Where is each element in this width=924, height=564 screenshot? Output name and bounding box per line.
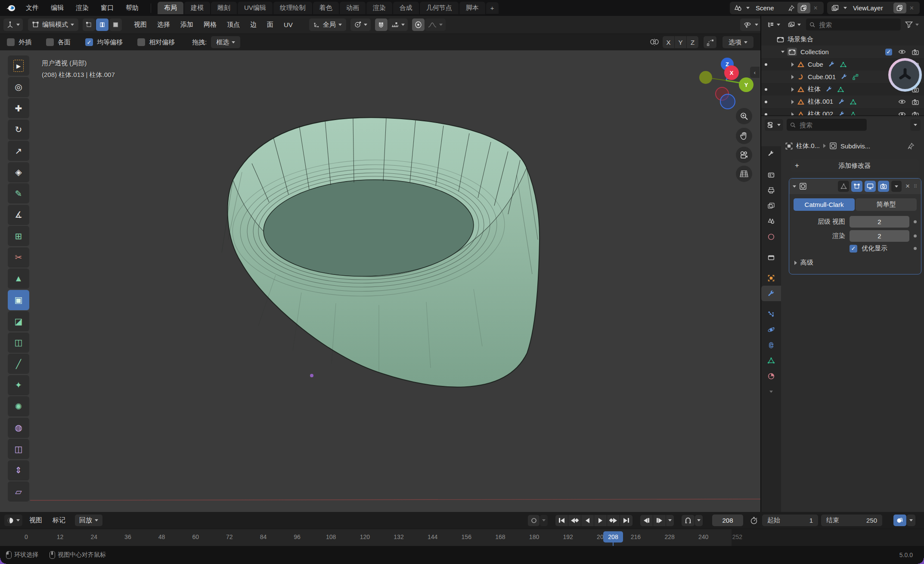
properties-tabs-overflow[interactable] [761,384,781,399]
viewlayer-icon[interactable] [830,5,841,12]
modifier-value-field[interactable]: 2 [850,216,909,228]
frame-step-dropdown[interactable] [666,515,674,526]
snap-base-button[interactable] [704,36,716,48]
workspace-tab-UV编辑[interactable]: UV编辑 [238,2,273,14]
gizmo-axis-x[interactable]: X [724,65,739,80]
tool-edge-slide[interactable]: ◫ [8,439,29,459]
checkbox-box[interactable] [46,38,54,46]
menu-窗口[interactable]: 窗口 [95,4,120,12]
play-button[interactable] [594,515,607,526]
viewport-menu-添加[interactable]: 添加 [175,21,198,29]
select-mode-face[interactable] [109,18,122,31]
properties-tab-tool[interactable] [761,146,781,162]
tool-add-cube[interactable]: ⊞ [8,226,29,246]
properties-tab-particles[interactable] [761,306,781,322]
gizmo-axis-z-neg[interactable] [720,94,735,109]
outliner-search[interactable] [806,18,901,31]
playhead[interactable]: 208 [603,531,623,542]
jump-to-start-button[interactable] [555,515,568,526]
menu-渲染[interactable]: 渲染 [70,4,95,12]
viewport-menu-视图[interactable]: 视图 [129,21,152,29]
keyframe-dot[interactable] [914,234,917,237]
snap-toggle[interactable] [375,18,388,31]
tool-extrude-region[interactable]: ▲ [8,268,29,289]
properties-tab-collection[interactable] [761,250,781,265]
gizmo-axis-y-neg[interactable] [699,71,712,84]
proportional-falloff-dropdown[interactable] [425,18,446,31]
jump-next-frame-button[interactable] [653,515,666,526]
checkbox-相对偏移[interactable]: 相对偏移 [137,38,175,46]
workspace-tab-着色[interactable]: 着色 [313,2,339,14]
menu-帮助[interactable]: 帮助 [120,4,145,12]
timeline-menu-标记[interactable]: 标记 [47,516,71,524]
tool-options-dropdown[interactable]: 选项 [722,36,753,48]
expander-open[interactable] [781,51,784,53]
optimal-display-checkbox[interactable]: ✓ [850,245,857,253]
frame-start-field[interactable]: 起始 1 [762,515,818,526]
modifier-remove-button[interactable]: × [904,182,912,191]
tool-measure[interactable]: ∡ [8,205,29,225]
sidebar-collapse-tab[interactable]: ‹ [750,67,760,78]
properties-tab-object-data[interactable] [761,353,781,368]
playback-dropdown[interactable]: 回放 [75,515,102,526]
tool-smooth[interactable]: ◍ [8,418,29,438]
hide-eye-toggle[interactable] [898,99,906,105]
add-modifier-button[interactable]: + 添加修改器 [791,159,919,172]
outliner-item-name[interactable]: 柱体 [808,85,821,93]
properties-search[interactable] [787,119,867,131]
outliner-item-name[interactable]: 场景集合 [788,35,813,43]
viewport-menu-选择[interactable]: 选择 [152,21,175,29]
workspace-tab-脚本[interactable]: 脚本 [459,2,485,14]
tool-cursor[interactable]: ◎ [8,77,29,97]
expander-closed[interactable] [791,62,794,67]
play-reverse-button[interactable] [581,515,594,526]
tool-spin[interactable]: ✺ [8,396,29,416]
tool-poly-build[interactable]: ✦ [8,375,29,395]
mode-dropdown[interactable]: 编辑模式 [28,18,78,31]
outliner-item-name[interactable]: Cube [808,61,823,68]
outliner-filter-icon[interactable] [903,21,921,28]
workspace-tab-渲染[interactable]: 渲染 [366,2,392,14]
tool-scale[interactable]: ↗ [8,141,29,161]
snap-settings-dropdown[interactable] [388,18,408,31]
proportional-edit-toggle[interactable] [412,18,425,31]
tool-bevel[interactable]: ◪ [8,311,29,331]
properties-tab-material[interactable] [761,368,781,384]
subdiv-type-catmull-clark[interactable]: Catmull-Clark [794,198,855,211]
outliner-item-name[interactable]: Collection [800,48,829,55]
disable-render-toggle[interactable] [912,99,919,105]
keying-dropdown[interactable] [540,515,548,526]
select-mode-edge[interactable] [96,18,109,31]
outliner-item-name[interactable]: 柱体.002 [808,110,833,115]
tool-move[interactable]: ✚ [8,98,29,118]
outliner-search-input[interactable] [818,21,897,29]
menu-编辑[interactable]: 编辑 [45,4,70,12]
workspace-tab-动画[interactable]: 动画 [340,2,366,14]
breadcrumb-object-name[interactable]: 柱体.0... [796,142,820,150]
expander-closed[interactable] [791,75,794,79]
scene-name[interactable]: Scene [750,4,785,12]
pivot-point-dropdown[interactable] [350,18,371,31]
modifier-on-cage-toggle[interactable] [838,181,849,192]
viewport-menu-顶点[interactable]: 顶点 [222,21,245,29]
viewlayer-browse-chevron[interactable] [843,7,847,9]
workspace-tab-布局[interactable]: 布局 [158,2,183,14]
auto-keyframe-toggle[interactable] [682,515,695,526]
workspace-tab-合成[interactable]: 合成 [393,2,419,14]
modifier-editmode-toggle[interactable] [851,181,862,192]
modifier-expand-toggle[interactable] [793,185,796,188]
scene-browse-chevron[interactable] [746,7,750,9]
blender-logo-icon[interactable] [6,4,16,12]
outliner-filter-id-dropdown[interactable] [785,19,803,31]
properties-editor-type-button[interactable] [765,119,783,131]
mirror-axis-X[interactable]: X [663,36,674,48]
properties-tab-object[interactable] [761,270,781,286]
checkbox-外插[interactable]: 外插 [7,38,31,46]
mirror-axis-Y[interactable]: Y [675,36,686,48]
transform-orientation-dropdown[interactable]: 全局 [309,18,346,31]
tool-tweak-select[interactable]: ▸ [8,55,29,76]
expander-closed[interactable] [791,112,794,116]
keying-set-button[interactable] [528,515,540,526]
modifier-drag-handle[interactable]: ⠿ [914,184,918,189]
hide-eye-toggle[interactable] [898,49,906,55]
